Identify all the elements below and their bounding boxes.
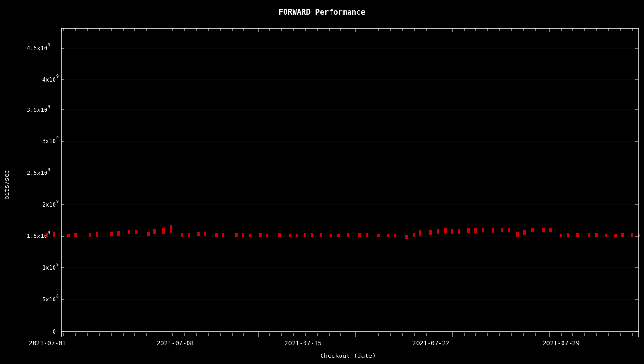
x-tick-label-2: 2021-07-08 [157, 339, 194, 346]
x-tick-label-1: 2021-07-01 [29, 339, 66, 346]
y-tick-0: 0 [53, 328, 56, 335]
data-point [588, 233, 590, 237]
data-point [46, 233, 48, 237]
data-point [405, 235, 408, 239]
data-point [259, 233, 262, 237]
data-point [501, 228, 503, 232]
data-point [576, 233, 579, 237]
data-point [170, 225, 172, 233]
data-point [437, 229, 439, 234]
data-point [296, 234, 298, 237]
data-point [631, 233, 633, 237]
data-point [197, 232, 200, 236]
y-tick-4e9: 4x10 [42, 76, 56, 83]
data-point [53, 232, 55, 237]
data-point [508, 228, 510, 232]
y-tick-3.5e9: 3.5x10 [27, 107, 47, 113]
data-point [621, 233, 624, 237]
data-point [117, 231, 120, 236]
data-point [377, 234, 380, 237]
data-point [135, 230, 137, 234]
data-point [567, 233, 569, 237]
data-point [387, 234, 389, 237]
data-point [204, 232, 206, 236]
y-tick-3.5e9-exp: 9 [48, 105, 50, 109]
y-tick-2.5e9: 2.5x10 [27, 170, 47, 176]
y-tick-4e9-exp: 9 [56, 74, 59, 79]
data-point [67, 234, 70, 237]
data-point [605, 234, 607, 237]
data-point [451, 229, 453, 234]
data-point [153, 229, 156, 234]
y-tick-4.5e9: 4.5x10 [27, 45, 47, 52]
data-point [311, 233, 313, 237]
data-point [419, 230, 421, 236]
data-point [394, 234, 396, 237]
x-tick-label-5: 2021-07-29 [543, 339, 580, 346]
y-tick-4.5e9-exp: 9 [48, 43, 50, 47]
y-axis-label: bits/sec [3, 170, 10, 200]
data-point [249, 234, 251, 237]
data-point [89, 233, 91, 237]
data-point [413, 233, 415, 237]
data-point [181, 233, 183, 237]
data-point [188, 233, 190, 237]
data-point [242, 233, 244, 237]
data-point [516, 232, 519, 237]
data-point [542, 228, 545, 232]
data-point [444, 228, 447, 233]
y-tick-3e9: 3x10 [42, 138, 56, 145]
y-tick-1e9-exp: 9 [56, 263, 59, 267]
data-point [304, 233, 306, 237]
y-tick-5e8-exp: 8 [56, 294, 59, 299]
data-point [467, 228, 470, 233]
data-point [523, 230, 526, 235]
data-point [358, 233, 361, 237]
y-tick-2e9: 2x10 [42, 201, 56, 208]
data-point [128, 230, 130, 234]
data-point [458, 229, 460, 234]
data-point [147, 232, 150, 236]
data-point [110, 232, 113, 236]
x-axis-label: Checkout (date) [320, 352, 376, 359]
data-point [222, 233, 224, 237]
data-point [289, 234, 291, 237]
data-point [266, 234, 268, 237]
y-tick-1.5e9: 1.5x10 [27, 233, 47, 239]
data-point [614, 234, 617, 237]
chart-container: FORWARD Performance bits/sec 0 5x10 8 1x… [0, 0, 644, 364]
data-point [492, 228, 494, 233]
data-point [278, 233, 281, 237]
y-tick-1e9: 1x10 [42, 264, 56, 271]
data-point [595, 233, 598, 237]
data-point [215, 233, 218, 237]
data-point [366, 233, 368, 237]
data-point [320, 233, 322, 237]
data-point [330, 234, 332, 237]
data-point [549, 228, 552, 232]
data-point [531, 228, 534, 232]
data-point [162, 228, 165, 234]
data-point [474, 228, 477, 233]
data-point [235, 233, 238, 237]
y-tick-2e9-exp: 9 [56, 200, 59, 204]
data-point [337, 234, 340, 237]
chart-svg: bits/sec 0 5x10 8 1x10 9 1.5x10 9 2x10 9 [0, 0, 644, 364]
data-point [429, 230, 432, 235]
y-tick-3e9-exp: 9 [56, 136, 59, 140]
y-tick-2.5e9-exp: 9 [48, 168, 50, 172]
data-point [560, 234, 562, 237]
x-tick-label-4: 2021-07-22 [412, 339, 449, 346]
data-point [482, 228, 484, 232]
data-point [347, 233, 349, 237]
x-tick-label-3: 2021-07-15 [285, 339, 322, 346]
data-point [74, 233, 77, 237]
y-tick-5e8: 5x10 [42, 296, 56, 303]
data-point [96, 232, 98, 237]
